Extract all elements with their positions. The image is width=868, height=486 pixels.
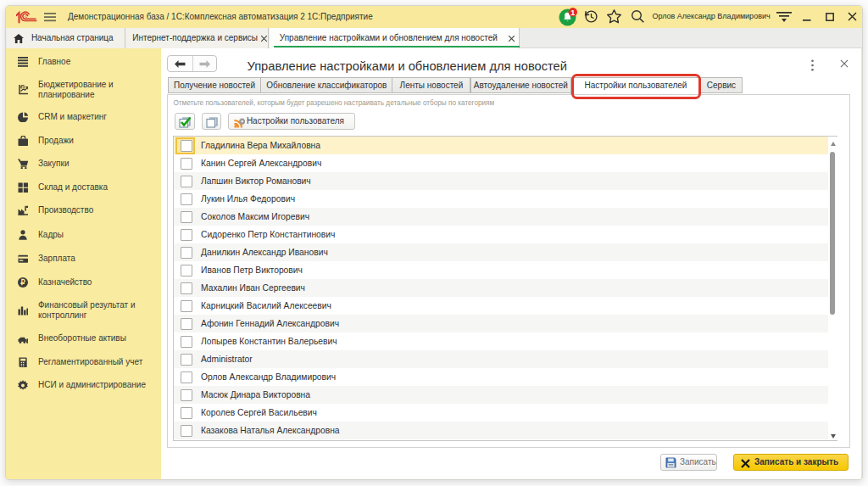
- svg-text:1: 1: [570, 8, 575, 17]
- svg-text:₽: ₽: [20, 278, 25, 287]
